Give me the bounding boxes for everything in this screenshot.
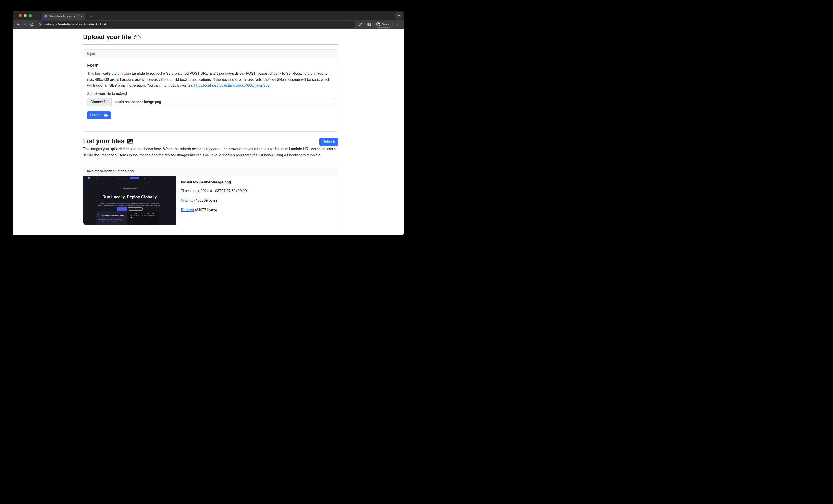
- profile-label: Guest: [382, 23, 389, 26]
- chevron-down-icon: [398, 14, 400, 17]
- thumbnail-cta-secondary: Request a Demo: [129, 207, 143, 210]
- resized-link[interactable]: Resized: [181, 208, 194, 212]
- tune-icon: [38, 23, 41, 26]
- profile-button[interactable]: Guest: [374, 21, 392, 28]
- thumbnail-nav-item: Docs: [120, 177, 123, 179]
- card-image-icon: [127, 138, 133, 144]
- thumbnail-nav-item: Sign in: [124, 177, 128, 179]
- refresh-button[interactable]: Refresh: [319, 137, 338, 146]
- ses-link[interactable]: http://localhost.localstack.cloud:4566/_…: [194, 83, 269, 87]
- choose-file-button[interactable]: Choose file: [87, 98, 112, 106]
- performance-button[interactable]: [357, 21, 363, 27]
- file-timestamp: Timestamp: 2024-01-03T07:27:52+00:00: [181, 189, 247, 193]
- original-size: (465039 bytes): [194, 198, 219, 202]
- minimize-window-button[interactable]: [24, 14, 27, 17]
- kebab-menu-icon: [396, 22, 400, 26]
- list-description: The images you uploaded should be shown …: [83, 146, 338, 158]
- thumbnail-feature-icon: [98, 215, 99, 216]
- thumbnail-logo: LocalStack: [88, 177, 98, 179]
- presign-code: presign: [118, 72, 131, 76]
- reload-icon: [30, 22, 34, 26]
- thumbnail-nav-item: Pricing & Faq: [106, 177, 114, 179]
- resized-size: (34077 bytes): [195, 208, 217, 212]
- list-heading-text: List your files: [83, 137, 124, 145]
- terminal-cursor: [131, 217, 132, 218]
- browser-tab[interactable]: Serverless image resizer ×: [42, 13, 85, 20]
- url-text: webapp.s3-website.localhost.localstack.c…: [44, 23, 106, 26]
- side-panel-icon: [367, 22, 371, 26]
- back-arrow-icon: [16, 22, 20, 26]
- thumbnail-title: Run Locally, Deploy Globally: [83, 195, 176, 200]
- tab-close-icon[interactable]: ×: [81, 15, 83, 18]
- cloud-upload-fill-icon: [104, 113, 108, 118]
- file-item-card-header: localstack-banner-image.png: [83, 167, 338, 176]
- toolbar-trailing: Guest: [357, 21, 401, 28]
- page-content: Upload your file Input Form This form ca…: [13, 28, 404, 235]
- tab-favicon-icon: [44, 15, 47, 18]
- tab-search-button[interactable]: [396, 12, 402, 19]
- form-description-text: This form calls the: [87, 72, 118, 75]
- file-item-body: LocalStack Pricing & Faq Blog Docs Sign …: [83, 176, 338, 225]
- list-section-heading: List your files: [83, 137, 133, 145]
- reload-button[interactable]: [28, 21, 35, 27]
- upload-button[interactable]: Upload: [87, 111, 111, 120]
- browser-toolbar: webapp.s3-website.localhost.localstack.c…: [13, 20, 404, 28]
- site-settings-button[interactable]: [37, 22, 42, 27]
- file-thumbnail: LocalStack Pricing & Faq Blog Docs Sign …: [83, 176, 176, 225]
- upload-button-label: Upload: [90, 113, 102, 117]
- file-details: localstack-banner-image.png Timestamp: 2…: [176, 176, 252, 225]
- thumbnail-brand: LocalStack: [90, 177, 98, 179]
- original-link[interactable]: Original: [181, 198, 193, 202]
- address-bar[interactable]: webapp.s3-website.localhost.localstack.c…: [36, 21, 355, 28]
- input-card-header: Input: [83, 50, 338, 58]
- content-container: Upload your file Input Form This form ca…: [83, 33, 338, 225]
- refresh-button-label: Refresh: [322, 140, 335, 144]
- thumbnail-nav-links: Pricing & Faq Blog Docs Sign in Get Star…: [106, 177, 153, 179]
- localstack-logo-icon: [88, 177, 90, 179]
- browser-window: Serverless image resizer × +: [13, 11, 404, 235]
- divider: [83, 162, 338, 162]
- file-item-card: localstack-banner-image.png LocalStack P…: [83, 167, 338, 225]
- upload-heading-text: Upload your file: [83, 33, 131, 41]
- form-description: This form calls the presign Lambda to re…: [87, 71, 334, 89]
- tab-strip: Serverless image resizer × +: [13, 11, 404, 20]
- thumbnail-request-demo: Request a Demo: [141, 177, 153, 179]
- thumbnail-get-started: Get Started: [130, 177, 139, 179]
- list-section-header: List your files Refresh: [83, 137, 338, 146]
- thumbnail-terminal: > aws s3 ls --endpoint-url http://localh…: [128, 211, 159, 225]
- forward-button[interactable]: [22, 21, 28, 27]
- close-window-button[interactable]: [19, 14, 22, 17]
- thumbnail-feature-title: Develop AWS Applications Locally: [101, 215, 124, 216]
- thumbnail-nav: LocalStack Pricing & Faq Blog Docs Sign …: [88, 177, 153, 179]
- tab-title: Serverless image resizer: [49, 15, 79, 18]
- menu-button[interactable]: [395, 21, 401, 27]
- thumbnail-feature-card: Develop AWS Applications Locally Use Loc…: [96, 211, 126, 225]
- person-circle-icon: [376, 22, 380, 26]
- thumbnail-badge: LocalStack v3.0 is out now!: [120, 187, 139, 190]
- input-card-body: Form This form calls the presign Lambda …: [83, 58, 338, 131]
- divider: [83, 44, 338, 45]
- side-panel-button[interactable]: [366, 21, 372, 27]
- list-code: list: [281, 148, 288, 151]
- original-row: Original (465039 bytes): [181, 198, 247, 202]
- energy-saver-leaf-icon: [358, 22, 362, 26]
- thumbnail-cta-buttons: Get Started Request a Demo: [83, 207, 176, 210]
- selected-file-name: localstack-banner-image.png: [112, 98, 164, 106]
- desktop-background: Serverless image resizer × +: [0, 0, 416, 252]
- zoom-window-button[interactable]: [29, 14, 32, 17]
- window-controls: [19, 14, 32, 17]
- back-button[interactable]: [15, 21, 21, 27]
- form-heading: Form: [87, 62, 334, 68]
- file-input[interactable]: Choose file localstack-banner-image.png: [87, 98, 334, 106]
- cloud-upload-icon: [134, 34, 141, 41]
- list-description-text: The images you uploaded should be shown …: [83, 147, 281, 151]
- thumbnail-feature-text: Use LocalStack as a drop-in replacement …: [98, 218, 124, 222]
- resized-row: Resized (34077 bytes): [181, 208, 247, 212]
- forward-arrow-icon: [23, 22, 27, 26]
- thumbnail-nav-item: Blog: [116, 177, 118, 179]
- file-input-label: Select your file to upload: [87, 92, 334, 96]
- input-card: Input Form This form calls the presign L…: [83, 49, 338, 132]
- upload-section-heading: Upload your file: [83, 33, 338, 41]
- thumbnail-cta-primary: Get Started: [117, 207, 127, 210]
- new-tab-button[interactable]: +: [88, 14, 94, 19]
